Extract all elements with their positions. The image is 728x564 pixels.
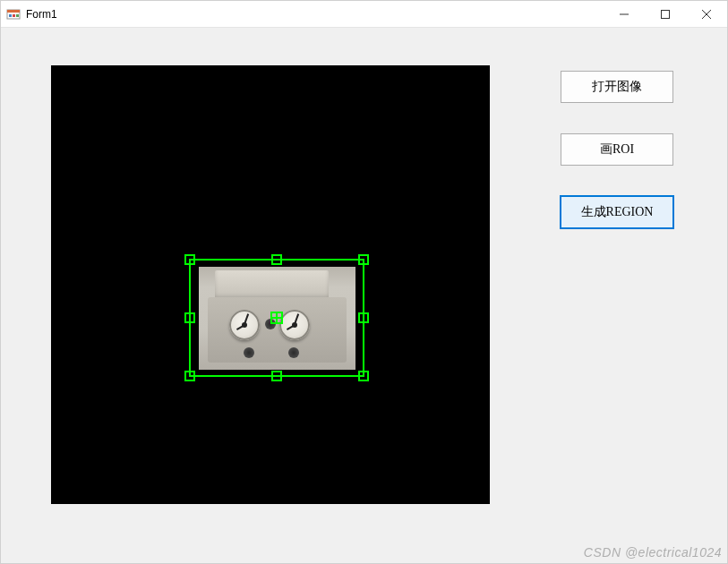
window-title: Form1 bbox=[26, 8, 57, 21]
svg-line-7 bbox=[702, 10, 711, 19]
svg-rect-1 bbox=[7, 10, 20, 13]
roi-handle-ne[interactable] bbox=[358, 254, 369, 265]
roi-handle-se[interactable] bbox=[358, 371, 369, 381]
svg-rect-3 bbox=[13, 14, 15, 17]
svg-line-8 bbox=[702, 10, 711, 19]
app-window: Form1 bbox=[0, 0, 728, 564]
client-area: 打开图像 画ROI 生成REGION CSDN @electrical1024 bbox=[1, 28, 727, 563]
watermark-text: CSDN @electrical1024 bbox=[584, 545, 722, 560]
side-panel: 打开图像 画ROI 生成REGION bbox=[541, 71, 693, 228]
draw-roi-button[interactable]: 画ROI bbox=[561, 133, 673, 166]
image-viewer[interactable] bbox=[51, 65, 490, 504]
roi-handle-s[interactable] bbox=[271, 371, 282, 381]
close-button[interactable] bbox=[686, 1, 727, 28]
roi-handle-n[interactable] bbox=[271, 254, 282, 265]
roi-handle-w[interactable] bbox=[184, 312, 195, 323]
roi-handle-nw[interactable] bbox=[184, 254, 195, 265]
roi-handle-e[interactable] bbox=[358, 312, 369, 323]
svg-rect-6 bbox=[662, 11, 670, 19]
app-icon bbox=[6, 7, 21, 21]
maximize-button[interactable] bbox=[645, 1, 686, 28]
displayed-image bbox=[199, 267, 355, 370]
generate-region-button[interactable]: 生成REGION bbox=[561, 196, 673, 228]
svg-rect-4 bbox=[16, 14, 19, 17]
title-bar: Form1 bbox=[1, 1, 727, 28]
title-left: Form1 bbox=[6, 7, 57, 21]
roi-handle-sw[interactable] bbox=[184, 371, 195, 381]
open-image-button[interactable]: 打开图像 bbox=[561, 71, 673, 103]
minimize-button[interactable] bbox=[604, 1, 645, 28]
svg-rect-2 bbox=[9, 14, 12, 17]
window-controls bbox=[604, 1, 727, 27]
